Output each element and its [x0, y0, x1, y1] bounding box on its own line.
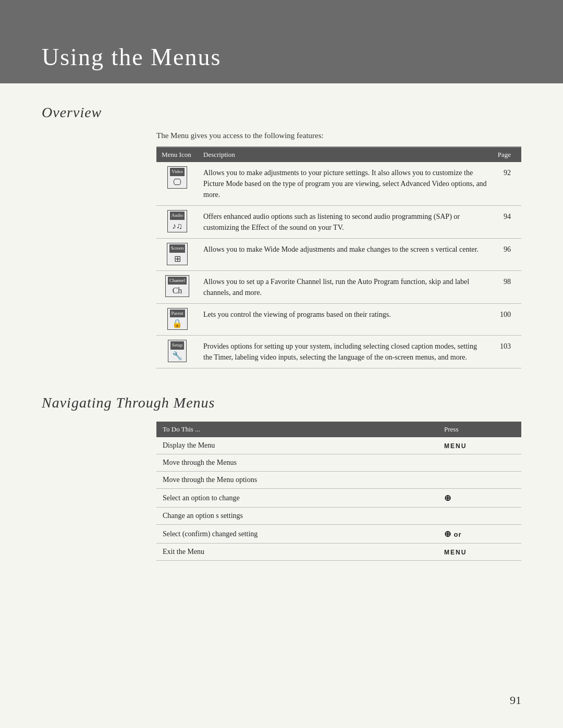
icon-graphic: 🖵: [170, 177, 184, 187]
icon-label: Channel: [168, 277, 187, 285]
header-banner: Using the Menus: [0, 0, 563, 83]
table-row: Video🖵Allows you to make adjustments to …: [156, 162, 521, 206]
press-cell: [438, 508, 521, 525]
page-cell: 98: [493, 270, 521, 303]
nav-table-body: Display the MenuMENUMove through the Men…: [156, 437, 521, 561]
action-cell: Exit the Menu: [156, 544, 438, 561]
nav-table-row: Select (confirm) changed setting⊕ or: [156, 525, 521, 544]
description-cell: Allows you to make Wide Mode adjustments…: [198, 239, 493, 271]
page-title: Using the Menus: [42, 43, 221, 71]
description-cell: Allows you to make adjustments to your p…: [198, 162, 493, 206]
icon-label: Setup: [170, 341, 185, 350]
description-cell: Lets you control the viewing of programs…: [198, 303, 493, 336]
col-press: Press: [438, 422, 521, 437]
icon-graphic: Ch: [168, 286, 187, 295]
menu-icon-cell: Screen⊞: [156, 239, 198, 271]
col-description: Description: [198, 147, 493, 162]
menu-icon-box: Setup🔧: [168, 340, 187, 362]
menu-icon-cell: Video🖵: [156, 162, 198, 206]
table-row: ChannelChAllows you to set up a Favorite…: [156, 270, 521, 303]
nav-table-container: To Do This ... Press Display the MenuMEN…: [156, 422, 521, 561]
menu-icon-cell: Parent🔒: [156, 303, 198, 336]
page-cell: 103: [493, 336, 521, 368]
nav-section: Navigating Through Menus To Do This ... …: [42, 394, 521, 561]
col-action: To Do This ...: [156, 422, 438, 437]
nav-table-row: Move through the Menu options: [156, 472, 521, 489]
menu-features-table: Menu Icon Description Page Video🖵Allows …: [156, 147, 521, 368]
icon-graphic: 🔧: [170, 351, 185, 361]
menu-icon-box: Screen⊞: [167, 243, 188, 265]
overview-section: Overview MENU▪ The Menu gives you access…: [42, 104, 521, 368]
col-menu-icon: Menu Icon: [156, 147, 198, 162]
action-cell: Change an option s settings: [156, 508, 438, 525]
icon-label: Video: [170, 168, 184, 176]
description-cell: Offers enhanced audio options such as li…: [198, 206, 493, 239]
menu-table-body: Video🖵Allows you to make adjustments to …: [156, 162, 521, 368]
menu-icon-cell: ChannelCh: [156, 270, 198, 303]
icon-graphic: 🔒: [170, 318, 185, 328]
table-row: Screen⊞Allows you to make Wide Mode adju…: [156, 239, 521, 271]
icon-graphic: ⊞: [169, 254, 186, 264]
table-row: Setup🔧Provides options for setting up yo…: [156, 336, 521, 368]
overview-intro: The Menu gives you access to the followi…: [156, 131, 521, 140]
menu-icon-box: Audio♪♫: [167, 210, 188, 232]
page-content: Overview MENU▪ The Menu gives you access…: [0, 83, 563, 592]
page-cell: 92: [493, 162, 521, 206]
nav-table: To Do This ... Press Display the MenuMEN…: [156, 422, 521, 561]
page-cell: 96: [493, 239, 521, 271]
nav-table-row: Change an option s settings: [156, 508, 521, 525]
menu-icon-box: Video🖵: [167, 166, 187, 189]
icon-graphic: ♪♫: [170, 221, 185, 231]
press-cell: [438, 472, 521, 489]
nav-table-row: Display the MenuMENU: [156, 437, 521, 454]
nav-table-row: Exit the MenuMENU: [156, 544, 521, 561]
menu-table-container: Menu Icon Description Page Video🖵Allows …: [156, 146, 521, 368]
press-cell: [438, 454, 521, 472]
table-row: Parent🔒Lets you control the viewing of p…: [156, 303, 521, 336]
nav-table-row: Select an option to change⊕: [156, 489, 521, 508]
menu-icon-cell: Setup🔧: [156, 336, 198, 368]
overview-heading: Overview: [42, 104, 521, 121]
action-cell: Move through the Menus: [156, 454, 438, 472]
description-cell: Allows you to set up a Favorite Channel …: [198, 270, 493, 303]
page-cell: 94: [493, 206, 521, 239]
icon-label: Screen: [169, 244, 186, 253]
table-header-row: Menu Icon Description Page: [156, 147, 521, 162]
press-cell: ⊕ or: [438, 525, 521, 544]
action-cell: Display the Menu: [156, 437, 438, 454]
nav-heading: Navigating Through Menus: [42, 394, 521, 411]
nav-header-row: To Do This ... Press: [156, 422, 521, 437]
icon-label: Parent: [170, 310, 185, 318]
press-cell: MENU: [438, 437, 521, 454]
table-row: Audio♪♫Offers enhanced audio options suc…: [156, 206, 521, 239]
menu-icon-cell: Audio♪♫: [156, 206, 198, 239]
action-cell: Select an option to change: [156, 489, 438, 508]
nav-table-row: Move through the Menus: [156, 454, 521, 472]
action-cell: Move through the Menu options: [156, 472, 438, 489]
press-cell: ⊕: [438, 489, 521, 508]
icon-label: Audio: [170, 212, 185, 220]
page-number: 91: [510, 694, 521, 707]
menu-icon-box: Parent🔒: [167, 308, 188, 330]
description-cell: Provides options for setting up your sys…: [198, 336, 493, 368]
press-cell: MENU: [438, 544, 521, 561]
col-page: Page: [493, 147, 521, 162]
action-cell: Select (confirm) changed setting: [156, 525, 438, 544]
page-cell: 100: [493, 303, 521, 336]
menu-icon-box: ChannelCh: [165, 275, 189, 298]
